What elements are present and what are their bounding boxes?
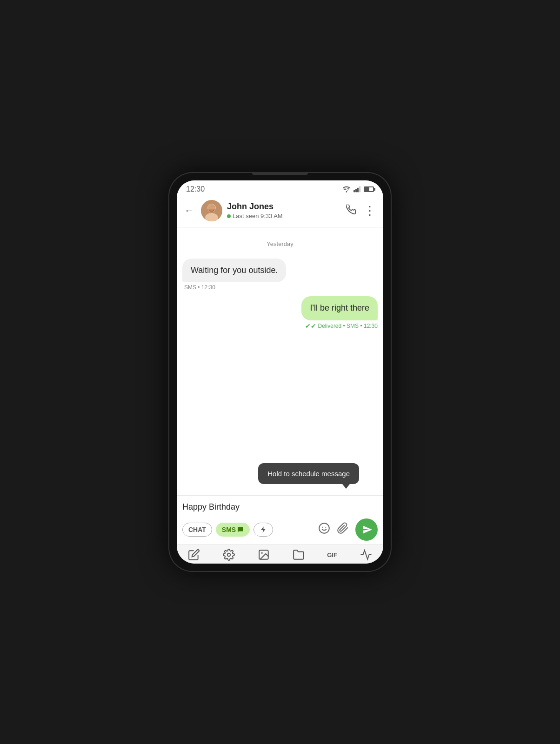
avatar [201,200,222,221]
nav-more[interactable] [360,549,372,561]
svg-point-9 [322,527,323,528]
attach-button[interactable] [337,522,349,537]
text-input-row: Hold to schedule message [182,500,378,514]
action-buttons [318,518,378,541]
status-bar: 12:30 [177,180,383,196]
message-meta-sent: ✔✔ Delivered • SMS • 12:30 [305,322,378,330]
online-indicator [227,214,231,218]
svg-point-8 [319,523,329,533]
double-check-icon: ✔✔ [305,322,316,330]
bottom-nav: GIF [177,545,383,564]
sms-type-button[interactable]: SMS [216,523,250,537]
emoji-button[interactable] [318,522,330,537]
sent-message-status: Delivered • SMS • 12:30 [318,323,378,329]
input-area: Hold to schedule message CHAT SMS [177,495,383,545]
nav-edit[interactable] [188,549,200,561]
notch [252,172,308,175]
send-button[interactable] [355,518,378,541]
contact-info: John Jones Last seen 9:33 AM [227,202,341,219]
type-row: CHAT SMS [182,518,378,541]
phone-frame: 12:30 ← [168,172,392,572]
avatar-image [201,200,222,221]
svg-point-11 [227,553,231,557]
bubble-received: Waiting for you outside. [182,259,286,282]
schedule-tooltip: Hold to schedule message [258,463,359,484]
signal-icon [353,186,361,193]
back-button[interactable]: ← [184,205,194,217]
instant-type-button[interactable] [253,523,273,537]
nav-gallery[interactable] [258,549,270,561]
message-type-buttons: CHAT SMS [182,523,273,537]
message-meta-received: SMS • 12:30 [182,284,215,291]
status-icons [342,186,374,193]
tooltip-text: Hold to schedule message [267,470,350,478]
svg-point-10 [325,527,326,528]
nav-settings[interactable] [223,549,235,561]
svg-rect-2 [357,188,359,193]
message-input[interactable] [182,500,378,514]
date-separator: Yesterday [182,240,378,247]
last-seen-text: Last seen 9:33 AM [233,213,283,219]
battery-icon [364,186,374,192]
chat-messages: Yesterday Waiting for you outside. SMS •… [177,227,383,495]
message-sent: I'll be right there ✔✔ Delivered • SMS •… [301,296,378,329]
more-options-button[interactable]: ⋮ [364,204,376,218]
bubble-sent: I'll be right there [301,296,378,320]
call-button[interactable] [346,205,356,217]
wifi-icon [342,186,351,193]
contact-status: Last seen 9:33 AM [227,213,341,219]
phone-screen: 12:30 ← [177,180,383,564]
chat-header: ← John Jones [177,196,383,227]
svg-rect-1 [355,189,357,192]
nav-folder[interactable] [293,549,305,561]
status-time: 12:30 [186,185,205,193]
chat-type-button[interactable]: CHAT [182,523,212,537]
svg-rect-3 [359,186,360,193]
nav-gif[interactable]: GIF [327,551,337,558]
contact-name: John Jones [227,202,341,212]
message-received: Waiting for you outside. SMS • 12:30 [182,259,329,291]
svg-rect-0 [353,190,355,193]
header-actions: ⋮ [346,204,376,218]
svg-point-13 [261,552,262,554]
